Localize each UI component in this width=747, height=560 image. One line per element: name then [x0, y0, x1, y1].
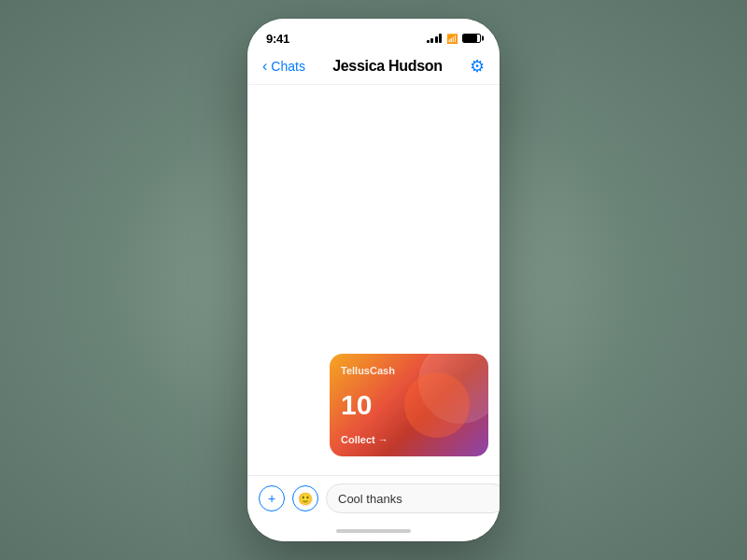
back-button[interactable]: ‹ Chats	[262, 59, 305, 74]
card-name: TellusCash	[341, 365, 477, 376]
card-amount: 10	[341, 391, 477, 419]
add-button[interactable]: +	[259, 485, 285, 511]
tellus-cash-card[interactable]: TellusCash 10 Collect →	[330, 354, 488, 456]
back-label: Chats	[271, 59, 305, 74]
chat-area: TellusCash 10 Collect →	[247, 85, 500, 475]
emoji-icon: 🙂	[298, 492, 313, 506]
battery-icon	[462, 34, 481, 43]
card-collect-button[interactable]: Collect →	[341, 434, 477, 445]
settings-icon[interactable]: ⚙	[470, 56, 485, 77]
status-bar: 9:41 📶	[247, 19, 500, 52]
plus-icon: +	[268, 491, 275, 506]
input-bar: + 🙂 ➤	[247, 475, 500, 521]
home-bar	[336, 529, 411, 533]
chat-title: Jessica Hudson	[332, 58, 443, 75]
message-bubble: TellusCash 10 Collect →	[259, 354, 488, 464]
wifi-icon: 📶	[446, 34, 458, 44]
status-time: 9:41	[266, 32, 289, 46]
chevron-left-icon: ‹	[262, 59, 267, 74]
phone-frame: 9:41 📶 ‹ Chats Jessica Hudson ⚙ Tel	[247, 19, 500, 541]
emoji-button[interactable]: 🙂	[292, 485, 318, 511]
nav-bar: ‹ Chats Jessica Hudson ⚙	[247, 52, 500, 85]
status-icons: 📶	[427, 34, 482, 44]
signal-icon	[427, 34, 443, 43]
message-input[interactable]	[326, 483, 500, 513]
home-indicator	[247, 521, 500, 541]
